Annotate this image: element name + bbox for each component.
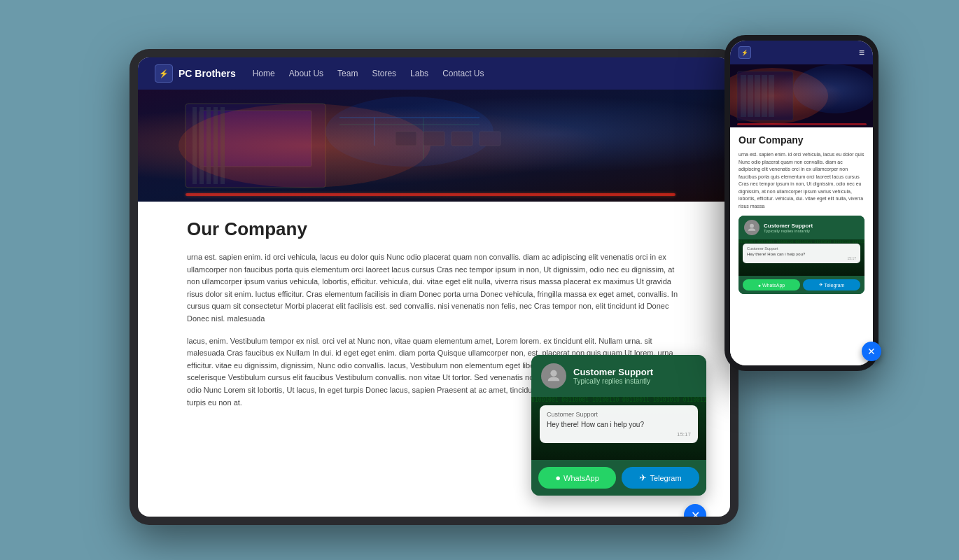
phone-chat-bubble-label: Customer Support <box>747 246 856 251</box>
brand-name: PC Brothers <box>178 68 236 79</box>
phone-logo-icon: ⚡ <box>738 46 751 59</box>
phone-hero-image <box>730 64 873 127</box>
content-area: Our Company urna est. sapien enim. id or… <box>138 202 730 517</box>
nav-contact[interactable]: Contact Us <box>442 69 484 78</box>
navbar: ⚡ PC Brothers Home About Us Team Stores … <box>138 57 730 90</box>
phone-avatar-icon <box>747 223 757 232</box>
phone-device: ⚡ ≡ <box>724 35 878 371</box>
phone-chat-widget[interactable]: Customer Support Typically replies insta… <box>738 216 864 294</box>
chat-message-time: 15:17 <box>547 431 691 438</box>
nav-home[interactable]: Home <box>253 69 275 78</box>
tablet-device: ⚡ PC Brothers Home About Us Team Stores … <box>130 49 738 525</box>
phone-telegram-label: Telegram <box>825 283 845 288</box>
svg-point-32 <box>750 224 754 228</box>
telegram-label: Telegram <box>650 474 681 482</box>
phone-chat-time: 15:17 <box>747 256 856 260</box>
phone-telegram-button[interactable]: ✈ Telegram <box>803 279 860 290</box>
phone-telegram-icon: ✈ <box>819 282 823 288</box>
svg-point-21 <box>550 370 556 377</box>
phone-chat-avatar <box>744 220 760 235</box>
phone-content-text: urna est. sapien enim. id orci vehicula,… <box>738 151 864 210</box>
phone-chat-status: Typically replies instantly <box>764 229 813 233</box>
avatar-icon <box>546 368 561 384</box>
phone-whatsapp-button[interactable]: ● WhatsApp <box>743 279 800 290</box>
hero-overlay <box>138 90 730 202</box>
chat-buttons: ● WhatsApp ✈ Telegram <box>531 460 706 496</box>
hero-image <box>138 90 730 202</box>
telegram-icon: ✈ <box>639 472 647 483</box>
phone-chat-body: 01001001 00110001 10100110 00110011 1010… <box>738 239 864 276</box>
tablet-screen: ⚡ PC Brothers Home About Us Team Stores … <box>138 57 730 517</box>
chat-agent-status: Typically replies instantly <box>573 377 653 385</box>
chat-message-label: Customer Support <box>547 411 691 418</box>
nav-logo: ⚡ PC Brothers <box>155 64 236 83</box>
phone-hero-overlay <box>730 64 873 127</box>
logo-icon: ⚡ <box>155 64 173 83</box>
phone-chat-buttons: ● WhatsApp ✈ Telegram <box>738 276 864 294</box>
phone-company-title: Our Company <box>738 134 864 146</box>
content-paragraph-1: urna est. sapien enim. id orci vehicula,… <box>187 251 681 326</box>
chat-body: 01001001 00110001 10100110 00110011 1010… <box>531 397 706 460</box>
nav-about[interactable]: About Us <box>289 69 323 78</box>
phone-close-chat-button[interactable]: ✕ <box>862 342 881 361</box>
phone-screen: ⚡ ≡ <box>730 41 873 365</box>
nav-stores[interactable]: Stores <box>372 69 396 78</box>
phone-chat-header-info: Customer Support Typically replies insta… <box>764 223 813 233</box>
nav-links: Home About Us Team Stores Labs Contact U… <box>253 69 484 78</box>
chat-agent-name: Customer Support <box>573 367 653 377</box>
close-chat-button-tablet[interactable]: ✕ <box>684 504 706 517</box>
scene: ⚡ PC Brothers Home About Us Team Stores … <box>94 28 864 532</box>
phone-content: Our Company urna est. sapien enim. id or… <box>730 127 873 365</box>
chat-header: Customer Support Typically replies insta… <box>531 355 706 397</box>
nav-labs[interactable]: Labs <box>410 69 428 78</box>
telegram-button[interactable]: ✈ Telegram <box>622 467 699 489</box>
whatsapp-icon: ● <box>555 472 561 483</box>
whatsapp-button[interactable]: ● WhatsApp <box>538 467 616 489</box>
chat-header-info: Customer Support Typically replies insta… <box>573 367 653 385</box>
chat-message-bubble: Customer Support Hey there! How can i he… <box>540 405 698 443</box>
chat-widget-tablet[interactable]: Customer Support Typically replies insta… <box>531 355 706 496</box>
whatsapp-label: WhatsApp <box>564 474 599 482</box>
chat-avatar <box>541 363 566 388</box>
phone-nav-logo: ⚡ <box>738 46 751 59</box>
phone-chat-bubble: Customer Support Hey there! How can i he… <box>743 244 860 263</box>
phone-whatsapp-label: WhatsApp <box>762 283 785 288</box>
chat-message-text: Hey there! How can i help you? <box>547 421 691 428</box>
company-title: Our Company <box>187 218 681 240</box>
phone-whatsapp-icon: ● <box>758 283 761 288</box>
phone-navbar: ⚡ ≡ <box>730 41 873 64</box>
phone-chat-header: Customer Support Typically replies insta… <box>738 216 864 239</box>
nav-team[interactable]: Team <box>337 69 358 78</box>
phone-chat-name: Customer Support <box>764 223 813 229</box>
hamburger-menu-icon[interactable]: ≡ <box>859 48 864 57</box>
